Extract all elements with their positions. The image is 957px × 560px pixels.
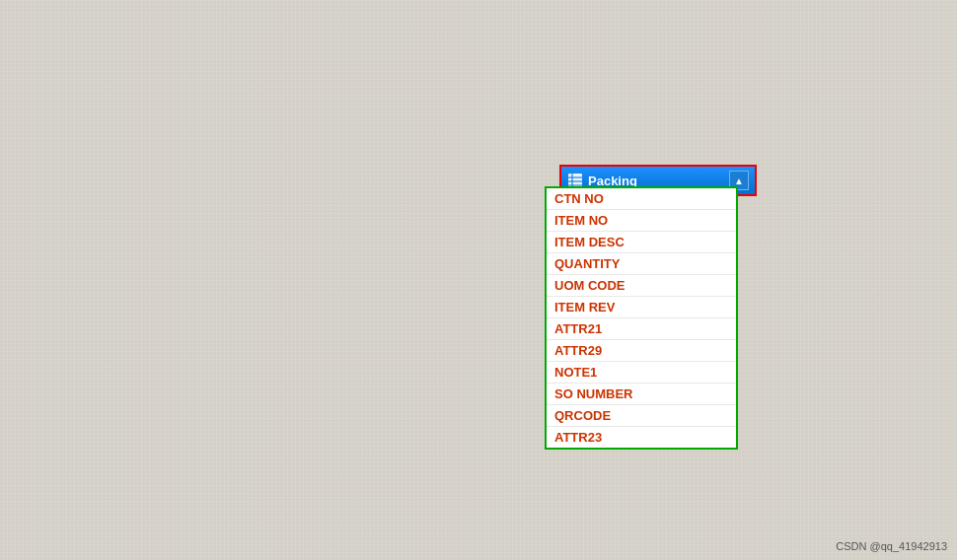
list-item[interactable]: SO NUMBER [547,384,736,405]
list-item[interactable]: UOM CODE [547,275,736,297]
list-item[interactable]: ATTR21 [547,318,736,340]
list-item[interactable]: ITEM NO [547,210,736,232]
list-item[interactable]: ATTR23 [547,427,736,448]
popup-container: Packing ▲ CTN NO ITEM NO ITEM DESC QUANT… [559,165,757,196]
field-list: CTN NO ITEM NO ITEM DESC QUANTITY UOM CO… [545,186,738,450]
watermark: CSDN @qq_41942913 [836,540,947,552]
list-item[interactable]: NOTE1 [547,362,736,384]
list-item[interactable]: ITEM REV [547,297,736,318]
collapse-icon: ▲ [734,175,744,186]
list-item[interactable]: ATTR29 [547,340,736,362]
list-item[interactable]: QUANTITY [547,253,736,275]
list-item[interactable]: CTN NO [547,188,736,210]
list-item[interactable]: ITEM DESC [547,232,736,253]
list-item[interactable]: QRCODE [547,405,736,427]
